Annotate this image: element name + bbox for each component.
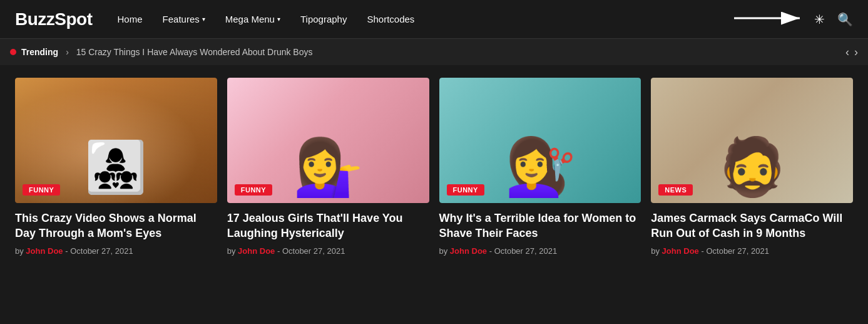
article-card-3: FUNNY Why It's a Terrible Idea for Women…: [434, 78, 646, 256]
theme-toggle-icon[interactable]: ✳: [814, 12, 825, 27]
nav-shortcodes[interactable]: Shortcodes: [367, 14, 414, 24]
nav-tipography[interactable]: Tipography: [300, 14, 347, 24]
card-1-separator: -: [65, 246, 70, 256]
card-2-by: by: [227, 246, 236, 256]
trending-navigation: ‹ ›: [845, 46, 858, 59]
trending-next-button[interactable]: ›: [854, 46, 858, 59]
card-2-author[interactable]: John Doe: [238, 246, 275, 256]
nav-features[interactable]: Features ▾: [163, 14, 205, 24]
main-nav: Home Features ▾ Mega Menu ▾ Tipography S…: [118, 14, 814, 24]
search-icon[interactable]: 🔍: [837, 12, 853, 27]
trending-dot-icon: [10, 49, 16, 55]
card-3-category-badge[interactable]: FUNNY: [447, 184, 484, 196]
card-1-image-wrap[interactable]: FUNNY: [15, 78, 217, 203]
card-2-image-wrap[interactable]: FUNNY: [227, 78, 429, 203]
article-card-1: FUNNY This Crazy Video Shows a Normal Da…: [10, 78, 222, 256]
nav-mega-menu[interactable]: Mega Menu ▾: [225, 14, 280, 24]
article-card-4: NEWS James Carmack Says CarmaCo Will Run…: [646, 78, 858, 256]
card-2-category-badge[interactable]: FUNNY: [235, 184, 272, 196]
card-4-date: October 27, 2021: [706, 246, 768, 256]
trending-label: Trending: [21, 47, 58, 57]
card-1-date: October 27, 2021: [70, 246, 133, 256]
site-logo[interactable]: BuzzSpot: [15, 9, 93, 29]
features-chevron-icon: ▾: [202, 16, 205, 23]
card-1-by: by: [15, 246, 24, 256]
card-2-title[interactable]: 17 Jealous Girls That'll Have You Laughi…: [227, 211, 429, 241]
card-3-title[interactable]: Why It's a Terrible Idea for Women to Sh…: [439, 211, 641, 241]
card-4-by: by: [651, 246, 660, 256]
card-4-title[interactable]: James Carmack Says CarmaCo Will Run Out …: [651, 211, 853, 241]
trending-chevron-icon: ›: [66, 47, 69, 57]
trending-headline: 15 Crazy Things I Have Always Wondered A…: [76, 47, 313, 57]
arrow-indicator: [734, 6, 809, 33]
header: BuzzSpot Home Features ▾ Mega Menu ▾ Tip…: [0, 0, 868, 39]
card-3-by: by: [439, 246, 448, 256]
card-3-image-wrap[interactable]: FUNNY: [439, 78, 641, 203]
card-1-category-badge[interactable]: FUNNY: [23, 184, 60, 196]
trending-bar: Trending › 15 Crazy Things I Have Always…: [0, 39, 868, 65]
card-1-title[interactable]: This Crazy Video Shows a Normal Day Thro…: [15, 211, 217, 241]
trending-prev-button[interactable]: ‹: [845, 46, 849, 59]
nav-home[interactable]: Home: [118, 14, 143, 24]
article-card-2: FUNNY 17 Jealous Girls That'll Have You …: [222, 78, 434, 256]
card-4-meta: by John Doe - October 27, 2021: [651, 246, 853, 256]
card-1-meta: by John Doe - October 27, 2021: [15, 246, 217, 256]
card-2-date: October 27, 2021: [282, 246, 345, 256]
header-actions: ✳ 🔍: [814, 12, 853, 27]
card-1-author[interactable]: John Doe: [26, 246, 63, 256]
card-3-author[interactable]: John Doe: [450, 246, 487, 256]
card-4-author[interactable]: John Doe: [662, 246, 699, 256]
card-3-date: October 27, 2021: [494, 246, 557, 256]
card-4-category-badge[interactable]: NEWS: [658, 184, 693, 196]
card-3-meta: by John Doe - October 27, 2021: [439, 246, 641, 256]
mega-menu-chevron-icon: ▾: [277, 16, 280, 23]
card-3-separator: -: [489, 246, 494, 256]
card-2-separator: -: [277, 246, 282, 256]
articles-grid: FUNNY This Crazy Video Shows a Normal Da…: [0, 65, 868, 268]
card-4-image-wrap[interactable]: NEWS: [651, 78, 853, 203]
card-2-meta: by John Doe - October 27, 2021: [227, 246, 429, 256]
